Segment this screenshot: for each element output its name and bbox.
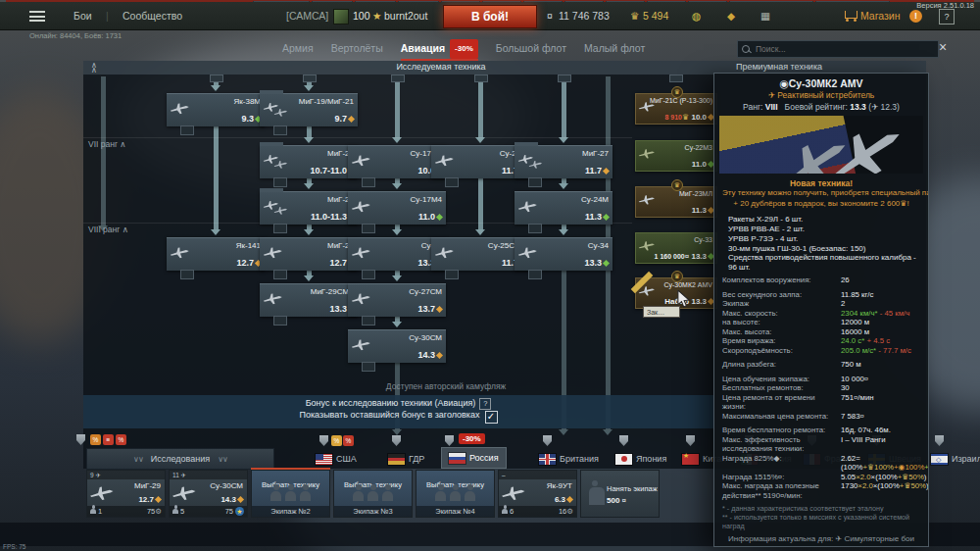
modification-box[interactable] <box>273 316 287 326</box>
modification-box[interactable] <box>445 270 459 279</box>
tickets-icon[interactable]: ▦ <box>760 2 770 29</box>
tree-card-МиГ-29[interactable]: МиГ-2912.7 <box>260 237 358 271</box>
column-expand-tab[interactable] <box>303 75 317 82</box>
vehicle-name: Су-17М4 <box>411 195 442 204</box>
research-mode-tab[interactable]: ∨∨Исследования∨∨ <box>86 448 274 470</box>
menu-icon[interactable] <box>29 11 45 25</box>
player-decal-icon[interactable] <box>333 9 349 25</box>
crew-figures <box>416 487 494 505</box>
to-battle-button[interactable]: В бой! <box>443 5 537 28</box>
crew-number-label: Экипаж №2 <box>252 506 329 517</box>
bonus-checkbox[interactable]: ✓ <box>485 411 498 424</box>
stat-row: Время бесплатного ремонта:16д. 07ч. 46м. <box>722 426 920 435</box>
crew-slot-5[interactable]: Выбрать техникуЭкипаж №4 <box>416 470 495 518</box>
question-icon[interactable]: ? <box>479 398 491 410</box>
flag-us-icon <box>316 454 332 465</box>
collapse-chevrons-icon[interactable]: ∧∧ <box>91 63 97 73</box>
modification-box[interactable] <box>362 177 375 187</box>
tree-card-МиГ-27[interactable]: МиГ-2711.7 <box>514 145 612 178</box>
modification-box[interactable] <box>362 316 375 326</box>
player-name[interactable]: burnt2out <box>384 2 427 29</box>
camo-note: Доступен авторский камуфляж <box>265 381 627 391</box>
tree-card-Су-17М4[interactable]: Су-17М411.0 <box>348 191 446 225</box>
decal-slot-icon[interactable]: ◍ <box>692 2 701 29</box>
modification-box[interactable] <box>273 270 287 279</box>
nation-Британия[interactable]: Британия <box>539 450 599 468</box>
column-expand-tab[interactable] <box>474 75 488 82</box>
modification-box[interactable] <box>180 125 194 135</box>
modification-box[interactable] <box>273 125 287 135</box>
modification-box[interactable] <box>362 362 375 372</box>
crew-slot-1[interactable]: 9 ✈МиГ-2912.7175⚙ <box>86 470 166 518</box>
stat-row: Цена ремонта от времени жизни:751¤/мин <box>722 393 920 412</box>
tree-card-МиГ-21[interactable]: МиГ-2110.7-11.0 <box>260 145 358 178</box>
tree-card-МиГ-19/МиГ-21[interactable]: МиГ-19/МиГ-219.7 <box>260 93 358 126</box>
vehicle-br: 9.7 <box>334 114 354 124</box>
silver-lions-amount[interactable]: 11 746 783 <box>559 2 610 29</box>
tree-card-Су-34[interactable]: Су-3413.3 <box>514 237 612 271</box>
crew-vehicle-name: МиГ-29 <box>134 481 161 490</box>
stat-label: на высоте: <box>722 318 841 327</box>
tab-Большой флот[interactable]: Большой флот <box>496 39 566 61</box>
tab-Авиация[interactable]: Авиация-30% <box>401 39 478 61</box>
column-expand-tab[interactable] <box>391 75 405 82</box>
package-line: Эту технику можно получить, приобретя сп… <box>722 188 920 199</box>
premium-card-МиГ-21С (Р-13-300)[interactable]: ♛МиГ-21С (Р-13-300)8 910♛ 10.0 <box>635 93 717 125</box>
menu-community[interactable]: Сообщество <box>122 2 182 29</box>
clan-tag[interactable]: [САМСА] <box>286 2 328 29</box>
column-expand-tab[interactable] <box>669 75 683 82</box>
cart-icon[interactable] <box>845 11 858 19</box>
search-input[interactable] <box>754 43 914 55</box>
crate-icon[interactable]: ◆ <box>727 2 735 29</box>
modification-box[interactable] <box>273 224 287 233</box>
close-icon[interactable]: × <box>939 39 947 55</box>
tab-Армия[interactable]: Армия <box>282 39 314 61</box>
tree-card-Як-141[interactable]: Як-14112.7 <box>167 237 265 271</box>
column-expand-tab[interactable] <box>210 75 223 82</box>
help-button[interactable]: ? <box>939 9 955 25</box>
modification-box[interactable] <box>362 224 375 233</box>
column-expand-tab[interactable] <box>558 75 571 82</box>
golden-eagles-amount[interactable]: 5 494 <box>643 2 668 29</box>
premium-card-Су-22М3[interactable]: Су-22М311.0 <box>635 140 717 172</box>
nation-ГДР[interactable]: ГДР <box>388 450 424 468</box>
modification-box[interactable] <box>362 270 375 279</box>
tree-arrow <box>395 317 400 322</box>
tree-card-Су-24М[interactable]: Су-24М11.3 <box>514 191 612 225</box>
search-box[interactable] <box>737 40 939 58</box>
crew-slot-2[interactable]: 11 ✈Су-30СМ14.3575★ <box>169 470 248 518</box>
menu-battles[interactable]: Бои <box>74 2 92 29</box>
crew-slot-7[interactable]: Нанять экипаж500 ¤ <box>580 470 660 518</box>
modification-box[interactable] <box>180 270 194 279</box>
modification-box[interactable] <box>273 177 287 187</box>
tree-card-Як-38М[interactable]: Як-38М9.3 <box>167 93 265 126</box>
aircraft-icon <box>433 244 456 261</box>
modification-box[interactable] <box>528 270 542 279</box>
tab-Малый флот[interactable]: Малый флот <box>584 39 645 61</box>
nation-Россия[interactable]: Россия <box>441 447 507 469</box>
nation-Израиль[interactable]: Израиль <box>931 450 980 468</box>
tree-card-Су-30СМ[interactable]: Су-30СМ14.3 <box>348 329 446 363</box>
flag-gb-icon <box>539 454 556 465</box>
premium-card-Су-33[interactable]: Су-331 160 000¤ 13.3 <box>635 232 717 264</box>
aircraft-icon <box>272 159 289 171</box>
nation-США[interactable]: США <box>316 450 357 468</box>
tree-card-МиГ-29СМТ[interactable]: МиГ-29СМТ13.3 <box>260 283 358 317</box>
tree-card-МиГ-23[interactable]: МиГ-2311.0-11.3 <box>260 191 358 225</box>
modification-box[interactable] <box>445 177 459 187</box>
shop-link[interactable]: Магазин <box>860 2 901 29</box>
crew-vehicle-name: Су-30СМ <box>210 481 243 490</box>
stat-label: Скороподъёмность: <box>722 346 841 356</box>
vehicle-br: 11.3 <box>585 212 609 222</box>
modification-box[interactable] <box>528 177 542 187</box>
rank-label[interactable]: VII ранг ∧ <box>88 139 126 149</box>
modification-box[interactable] <box>528 224 542 233</box>
crew-slot-4[interactable]: Выбрать техникуЭкипаж №3 <box>333 470 413 518</box>
crew-slot-3[interactable]: Выбрать техникуЭкипаж №2 <box>251 470 330 518</box>
premium-card-МиГ-23МЛ[interactable]: ♛МиГ-23МЛ11.3 <box>635 186 717 218</box>
nation-Япония[interactable]: Япония <box>615 450 666 468</box>
rank-label[interactable]: VIII ранг ∧ <box>88 225 128 234</box>
tree-card-Су-27СМ[interactable]: Су-27СМ13.7 <box>348 283 446 317</box>
tab-Вертолёты[interactable]: Вертолёты <box>331 39 383 61</box>
stat-value: 24.0 с* + 4.5 с <box>841 336 920 346</box>
